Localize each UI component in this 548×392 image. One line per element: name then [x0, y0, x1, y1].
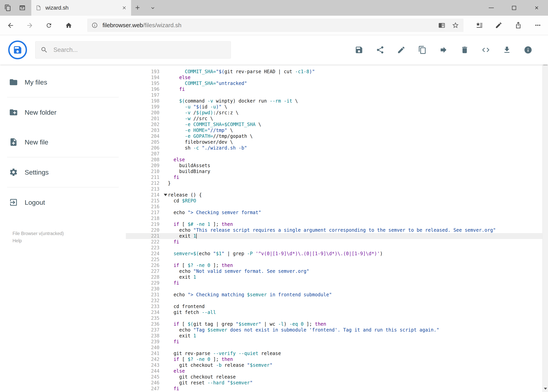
line-number: 232	[126, 298, 160, 304]
code-line-201: 201 -w //src \	[126, 116, 542, 121]
line-number: 224	[126, 251, 160, 257]
line-number: 222	[126, 239, 160, 245]
save-button[interactable]	[355, 46, 363, 54]
line-number: 225	[126, 257, 160, 262]
sidebar-footer: File Browser v(untracked) Help	[13, 230, 64, 245]
line-number: 240	[126, 345, 160, 350]
tab-list-chevron-icon[interactable]	[150, 5, 156, 11]
code-line-240: 240	[126, 345, 542, 350]
sidebar-item-my-files[interactable]: My files	[0, 71, 126, 93]
info-button[interactable]	[524, 46, 532, 54]
code-editor[interactable]: 193 COMMIT_SHA="$(git rev-parse HEAD | c…	[126, 65, 542, 392]
line-number: 197	[126, 92, 160, 98]
code-line-213: 213	[126, 186, 542, 192]
minimize-button[interactable]	[480, 0, 503, 16]
reading-view-icon[interactable]	[438, 22, 445, 28]
set-tabs-aside-icon[interactable]	[19, 4, 26, 11]
refresh-button[interactable]	[46, 22, 52, 29]
fold-marker-icon[interactable]	[164, 194, 167, 196]
code-line-196: 196 fi	[126, 86, 542, 92]
code-text: echo "Not valid semver format. See semve…	[168, 268, 309, 274]
code-text: git checkout -b release "$semver"	[168, 362, 272, 368]
line-number: 204	[126, 133, 160, 139]
sidebar-item-new-folder[interactable]: New folder	[0, 101, 126, 123]
code-line-225: 225	[126, 257, 542, 262]
back-button[interactable]	[7, 22, 14, 29]
browser-tab[interactable]: wizard.sh	[31, 0, 131, 16]
line-number: 209	[126, 163, 160, 168]
code-line-245: 245 git checkout release	[126, 374, 542, 380]
code-text: if [ $? -ne 0 ]; then	[168, 262, 233, 268]
close-button[interactable]	[525, 0, 548, 16]
code-line-230: 230	[126, 286, 542, 292]
line-number: 223	[126, 245, 160, 251]
move-button[interactable]	[439, 46, 448, 54]
code-line-226: 226 if [ $? -ne 0 ]; then	[126, 262, 542, 268]
line-number: 226	[126, 262, 160, 268]
code-text: buildAssets	[168, 163, 210, 168]
maximize-button[interactable]	[503, 0, 525, 16]
code-line-239: 239 fi	[126, 339, 542, 345]
code-text: exit 1	[168, 274, 196, 280]
code-text: git fetch --all	[168, 309, 216, 315]
code-line-221: 221 exit 1	[126, 233, 542, 239]
code-text: cd frontend	[168, 304, 205, 309]
address-bar[interactable]: filebrowser.web/files/wizard.sh	[87, 19, 463, 32]
share-button[interactable]	[376, 46, 384, 54]
more-menu-icon[interactable]	[534, 21, 541, 29]
code-text: semver=$(echo "$1" | grep -P '^v(0|[1-9]…	[168, 251, 383, 257]
home-button[interactable]	[65, 22, 72, 29]
favorite-star-icon[interactable]	[452, 21, 459, 29]
code-text: buildBinary	[168, 168, 210, 174]
help-link[interactable]: Help	[13, 237, 64, 245]
tab-close-icon[interactable]	[122, 5, 127, 10]
line-number: 245	[126, 374, 160, 380]
code-line-217: 217 echo "> Checking semver format"	[126, 210, 542, 216]
line-number: 234	[126, 309, 160, 315]
line-number: 217	[126, 210, 160, 216]
copy-button[interactable]	[418, 46, 427, 54]
code-line-233: 233 cd frontend	[126, 304, 542, 309]
code-text: git rev-parse --verify --quiet release	[168, 350, 281, 356]
forward-button[interactable]	[26, 22, 34, 29]
line-number: 219	[126, 221, 160, 227]
move-icon	[439, 46, 448, 54]
rename-button[interactable]	[397, 46, 406, 54]
code-line-199: 199 -u "$(id -u)" \	[126, 104, 542, 110]
sidebar-item-label: New folder	[25, 109, 56, 116]
sidebar-item-logout[interactable]: Logout	[0, 191, 126, 213]
page-info-icon[interactable]	[91, 22, 98, 28]
line-number: 235	[126, 315, 160, 321]
search-input[interactable]: Search...	[35, 41, 231, 58]
url-path: /files/wizard.sh	[143, 22, 181, 28]
pencil-icon	[397, 46, 406, 54]
source-code-button[interactable]	[481, 46, 490, 54]
code-text: if [ $# -ne 1 ]; then	[168, 221, 233, 227]
download-button[interactable]	[503, 46, 511, 54]
favorites-hub-icon[interactable]	[475, 21, 483, 29]
new-tab-button[interactable]	[134, 4, 141, 11]
line-number: 203	[126, 127, 160, 133]
code-text: release () {	[168, 192, 202, 198]
sidebar-item-label: New file	[25, 138, 48, 146]
page-scrollbar[interactable]	[542, 35, 548, 392]
code-line-210: 210 buildBinary	[126, 168, 542, 174]
scrollbar-down-icon[interactable]	[542, 386, 548, 392]
line-number: 211	[126, 174, 160, 180]
minimize-icon	[489, 8, 494, 8]
share-page-icon[interactable]	[514, 21, 522, 29]
tab-preview-icon[interactable]	[4, 4, 11, 11]
close-icon	[534, 5, 539, 10]
app-logo[interactable]	[8, 41, 27, 59]
code-text: git reset --hard "$semver"	[168, 380, 253, 386]
line-number: 206	[126, 145, 160, 151]
sidebar-item-settings[interactable]: Settings	[0, 161, 126, 183]
sidebar-item-new-file[interactable]: New file	[0, 131, 126, 153]
line-number: 233	[126, 304, 160, 309]
code-text: git checkout release	[168, 374, 236, 380]
text-cursor	[196, 233, 197, 238]
code-line-241: 241 git rev-parse --verify --quiet relea…	[126, 350, 542, 356]
code-line-211: 211 fi	[126, 174, 542, 180]
delete-button[interactable]	[460, 46, 469, 54]
web-note-pen-icon[interactable]	[495, 21, 502, 29]
